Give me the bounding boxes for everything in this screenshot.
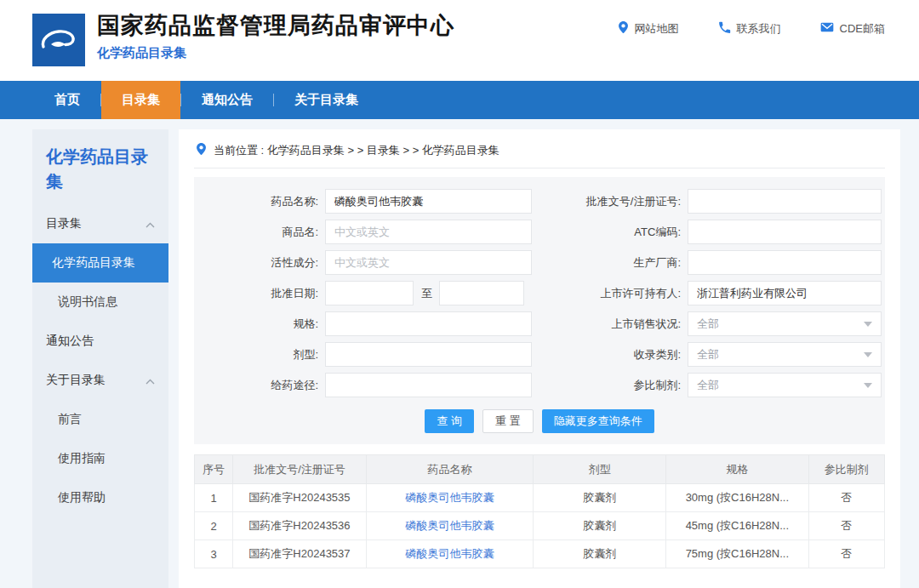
drug-name-link[interactable]: 磷酸奥司他韦胶囊 bbox=[366, 540, 534, 568]
sidebar-item-user-guide[interactable]: 使用指南 bbox=[32, 439, 168, 478]
form-row: ATC编码: bbox=[536, 220, 883, 244]
select-value: 全部 bbox=[697, 347, 719, 363]
chevron-down-icon bbox=[864, 352, 872, 357]
reset-button[interactable]: 重 置 bbox=[482, 409, 534, 433]
mah-label: 上市许可持有人: bbox=[536, 286, 681, 301]
drug-name-link[interactable]: 磷酸奥司他韦胶囊 bbox=[366, 484, 534, 512]
market-status-select[interactable]: 全部 bbox=[688, 311, 882, 336]
mail-link[interactable]: CDE邮箱 bbox=[820, 20, 885, 37]
sidebar-item-chemical-catalog[interactable]: 化学药品目录集 bbox=[32, 243, 168, 283]
nav-item-notices[interactable]: 通知公告 bbox=[181, 81, 273, 119]
sidebar-item-help[interactable]: 使用帮助 bbox=[32, 478, 168, 517]
table-cell: 国药准字H20243535 bbox=[233, 484, 367, 512]
sidebar-item-label: 前言 bbox=[58, 412, 82, 427]
sidebar-group-label: 目录集 bbox=[46, 216, 82, 231]
table-row: 1国药准字H20243535磷酸奥司他韦胶囊胶囊剂30mg (按C16H28N.… bbox=[195, 484, 885, 512]
select-value: 全部 bbox=[697, 378, 719, 393]
table-cell: 45mg (按C16H28N... bbox=[666, 512, 809, 540]
market-status-label: 上市销售状况: bbox=[536, 317, 681, 332]
contact-link[interactable]: 联系我们 bbox=[718, 20, 781, 37]
form-row: 活性成分: bbox=[194, 250, 536, 275]
main-content: 当前位置 : 化学药品目录集 > > 目录集 > > 化学药品目录集 药品名称:… bbox=[179, 129, 900, 588]
sidebar-item-notices[interactable]: 通知公告 bbox=[32, 322, 168, 361]
drug-name-label: 药品名称: bbox=[194, 194, 318, 209]
sidebar-item-label: 使用帮助 bbox=[58, 490, 106, 505]
form-row: 参比制剂: 全部 bbox=[536, 373, 883, 397]
form-left-column: 药品名称: 商品名: 活性成分: 批准日期: bbox=[194, 189, 536, 397]
chevron-down-icon bbox=[864, 383, 872, 388]
table-cell: 2 bbox=[195, 512, 233, 540]
form-row: 给药途径: bbox=[194, 373, 536, 397]
date-to-input[interactable] bbox=[439, 281, 524, 305]
dosage-form-input[interactable] bbox=[325, 342, 532, 367]
column-header: 批准文号/注册证号 bbox=[233, 455, 367, 484]
active-ingredient-input[interactable] bbox=[325, 250, 532, 275]
table-cell: 胶囊剂 bbox=[534, 540, 666, 568]
trade-name-input[interactable] bbox=[325, 220, 532, 244]
table-cell: 1 bbox=[195, 484, 233, 512]
sidebar-group-about[interactable]: 关于目录集 bbox=[32, 361, 168, 400]
site-titles: 国家药品监督管理局药品审评中心 化学药品目录集 bbox=[97, 12, 454, 81]
form-row: 规格: bbox=[194, 311, 536, 336]
sidebar-item-preface[interactable]: 前言 bbox=[32, 400, 168, 439]
toggle-more-filters-button[interactable]: 隐藏更多查询条件 bbox=[542, 409, 654, 433]
spec-input[interactable] bbox=[325, 311, 532, 336]
sitemap-link[interactable]: 网站地图 bbox=[618, 20, 679, 37]
form-row: 上市销售状况: 全部 bbox=[536, 311, 883, 336]
dosage-form-label: 剂型: bbox=[194, 347, 318, 363]
sidebar-item-insert-info[interactable]: 说明书信息 bbox=[32, 283, 168, 322]
form-row: 剂型: bbox=[194, 342, 536, 367]
column-header: 剂型 bbox=[534, 455, 666, 484]
sidebar-group-catalog[interactable]: 目录集 bbox=[32, 204, 168, 243]
column-header: 参比制剂 bbox=[808, 455, 884, 484]
table-header-row: 序号批准文号/注册证号药品名称剂型规格参比制剂 bbox=[195, 455, 885, 484]
main-nav: 首页 目录集 通知公告 关于目录集 bbox=[0, 81, 919, 119]
date-from-input[interactable] bbox=[325, 281, 414, 305]
nav-item-catalog[interactable]: 目录集 bbox=[101, 81, 180, 119]
atc-code-label: ATC编码: bbox=[536, 225, 681, 240]
nav-item-about[interactable]: 关于目录集 bbox=[274, 81, 379, 119]
table-cell: 30mg (按C16H28N... bbox=[666, 484, 809, 512]
sidebar-item-label: 化学药品目录集 bbox=[52, 255, 135, 271]
location-pin-icon bbox=[618, 20, 629, 37]
contact-label: 联系我们 bbox=[737, 21, 781, 37]
manufacturer-input[interactable] bbox=[688, 250, 882, 275]
envelope-icon bbox=[820, 22, 834, 35]
form-row: 生产厂商: bbox=[536, 250, 883, 275]
table-cell: 国药准字H20243537 bbox=[233, 540, 367, 568]
atc-code-input[interactable] bbox=[688, 220, 882, 244]
drug-name-input[interactable] bbox=[325, 189, 532, 214]
search-button[interactable]: 查 询 bbox=[425, 409, 474, 433]
table-cell: 75mg (按C16H28N... bbox=[666, 540, 809, 568]
sidebar-title: 化学药品目录集 bbox=[32, 129, 168, 204]
breadcrumb-text: 当前位置 : 化学药品目录集 > > 目录集 > > 化学药品目录集 bbox=[214, 143, 499, 158]
nav-item-home[interactable]: 首页 bbox=[34, 81, 100, 119]
drug-name-link[interactable]: 磷酸奥司他韦胶囊 bbox=[366, 512, 534, 540]
approval-number-input[interactable] bbox=[688, 189, 882, 214]
page: 国家药品监督管理局药品审评中心 化学药品目录集 网站地图 联系我们 CDE邮 bbox=[0, 0, 919, 588]
spec-label: 规格: bbox=[194, 317, 318, 332]
table-cell: 国药准字H20243536 bbox=[233, 512, 367, 540]
chevron-up-icon bbox=[146, 217, 155, 231]
mah-input[interactable] bbox=[688, 281, 882, 305]
column-header: 药品名称 bbox=[366, 455, 534, 484]
manufacturer-label: 生产厂商: bbox=[536, 255, 681, 271]
form-row: 批准文号/注册证号: bbox=[536, 189, 883, 214]
form-row: 上市许可持有人: bbox=[536, 281, 883, 305]
column-header: 规格 bbox=[666, 455, 809, 484]
table-cell: 否 bbox=[808, 512, 884, 540]
column-header: 序号 bbox=[195, 455, 233, 484]
form-right-column: 批准文号/注册证号: ATC编码: 生产厂商: 上市许可持有人: bbox=[536, 189, 883, 397]
sidebar: 化学药品目录集 目录集 化学药品目录集 说明书信息 通知公告 关于目录集 bbox=[32, 129, 168, 588]
header-links: 网站地图 联系我们 CDE邮箱 bbox=[618, 20, 885, 37]
location-pin-icon bbox=[196, 142, 207, 158]
trade-name-label: 商品名: bbox=[194, 225, 318, 240]
table-row: 3国药准字H20243537磷酸奥司他韦胶囊胶囊剂75mg (按C16H28N.… bbox=[195, 540, 885, 568]
inclusion-category-select[interactable]: 全部 bbox=[688, 342, 882, 367]
form-row: 商品名: bbox=[194, 220, 536, 244]
table-cell: 否 bbox=[808, 540, 884, 568]
admin-route-input[interactable] bbox=[325, 373, 532, 397]
reference-product-select[interactable]: 全部 bbox=[688, 373, 882, 397]
results-table: 序号批准文号/注册证号药品名称剂型规格参比制剂 1国药准字H20243535磷酸… bbox=[194, 454, 885, 568]
inclusion-category-label: 收录类别: bbox=[536, 347, 681, 363]
